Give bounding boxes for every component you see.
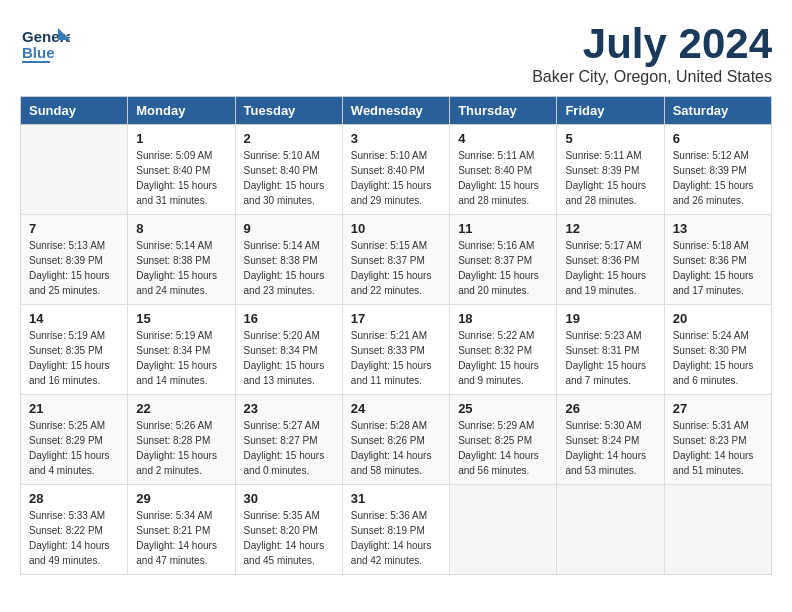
day-number: 28 xyxy=(29,491,119,506)
calendar-week-row: 28Sunrise: 5:33 AM Sunset: 8:22 PM Dayli… xyxy=(21,485,772,575)
day-info: Sunrise: 5:35 AM Sunset: 8:20 PM Dayligh… xyxy=(244,508,334,568)
day-number: 31 xyxy=(351,491,441,506)
header-cell-tuesday: Tuesday xyxy=(235,97,342,125)
logo: General Blue xyxy=(20,20,70,70)
day-info: Sunrise: 5:33 AM Sunset: 8:22 PM Dayligh… xyxy=(29,508,119,568)
day-number: 10 xyxy=(351,221,441,236)
day-info: Sunrise: 5:16 AM Sunset: 8:37 PM Dayligh… xyxy=(458,238,548,298)
calendar-cell: 7Sunrise: 5:13 AM Sunset: 8:39 PM Daylig… xyxy=(21,215,128,305)
day-number: 22 xyxy=(136,401,226,416)
day-info: Sunrise: 5:22 AM Sunset: 8:32 PM Dayligh… xyxy=(458,328,548,388)
day-number: 21 xyxy=(29,401,119,416)
calendar-cell: 21Sunrise: 5:25 AM Sunset: 8:29 PM Dayli… xyxy=(21,395,128,485)
day-number: 19 xyxy=(565,311,655,326)
svg-text:Blue: Blue xyxy=(22,44,55,61)
day-info: Sunrise: 5:15 AM Sunset: 8:37 PM Dayligh… xyxy=(351,238,441,298)
calendar-cell: 5Sunrise: 5:11 AM Sunset: 8:39 PM Daylig… xyxy=(557,125,664,215)
day-info: Sunrise: 5:30 AM Sunset: 8:24 PM Dayligh… xyxy=(565,418,655,478)
calendar-cell: 12Sunrise: 5:17 AM Sunset: 8:36 PM Dayli… xyxy=(557,215,664,305)
day-number: 7 xyxy=(29,221,119,236)
day-info: Sunrise: 5:27 AM Sunset: 8:27 PM Dayligh… xyxy=(244,418,334,478)
day-number: 20 xyxy=(673,311,763,326)
calendar-week-row: 21Sunrise: 5:25 AM Sunset: 8:29 PM Dayli… xyxy=(21,395,772,485)
logo-icon: General Blue xyxy=(20,20,70,70)
header-cell-monday: Monday xyxy=(128,97,235,125)
day-info: Sunrise: 5:10 AM Sunset: 8:40 PM Dayligh… xyxy=(351,148,441,208)
calendar-cell: 19Sunrise: 5:23 AM Sunset: 8:31 PM Dayli… xyxy=(557,305,664,395)
header-cell-wednesday: Wednesday xyxy=(342,97,449,125)
day-info: Sunrise: 5:36 AM Sunset: 8:19 PM Dayligh… xyxy=(351,508,441,568)
day-info: Sunrise: 5:26 AM Sunset: 8:28 PM Dayligh… xyxy=(136,418,226,478)
calendar-cell: 4Sunrise: 5:11 AM Sunset: 8:40 PM Daylig… xyxy=(450,125,557,215)
day-info: Sunrise: 5:34 AM Sunset: 8:21 PM Dayligh… xyxy=(136,508,226,568)
calendar-cell xyxy=(557,485,664,575)
day-info: Sunrise: 5:20 AM Sunset: 8:34 PM Dayligh… xyxy=(244,328,334,388)
calendar-cell xyxy=(664,485,771,575)
calendar-cell: 28Sunrise: 5:33 AM Sunset: 8:22 PM Dayli… xyxy=(21,485,128,575)
day-info: Sunrise: 5:29 AM Sunset: 8:25 PM Dayligh… xyxy=(458,418,548,478)
header-cell-saturday: Saturday xyxy=(664,97,771,125)
calendar-cell xyxy=(450,485,557,575)
title-area: July 2024 Baker City, Oregon, United Sta… xyxy=(532,20,772,86)
calendar-cell: 26Sunrise: 5:30 AM Sunset: 8:24 PM Dayli… xyxy=(557,395,664,485)
day-info: Sunrise: 5:28 AM Sunset: 8:26 PM Dayligh… xyxy=(351,418,441,478)
day-number: 27 xyxy=(673,401,763,416)
day-number: 17 xyxy=(351,311,441,326)
page-subtitle: Baker City, Oregon, United States xyxy=(532,68,772,86)
calendar-cell: 27Sunrise: 5:31 AM Sunset: 8:23 PM Dayli… xyxy=(664,395,771,485)
calendar-body: 1Sunrise: 5:09 AM Sunset: 8:40 PM Daylig… xyxy=(21,125,772,575)
calendar-cell: 8Sunrise: 5:14 AM Sunset: 8:38 PM Daylig… xyxy=(128,215,235,305)
day-number: 30 xyxy=(244,491,334,506)
day-number: 29 xyxy=(136,491,226,506)
calendar-cell: 14Sunrise: 5:19 AM Sunset: 8:35 PM Dayli… xyxy=(21,305,128,395)
calendar-cell: 30Sunrise: 5:35 AM Sunset: 8:20 PM Dayli… xyxy=(235,485,342,575)
day-info: Sunrise: 5:12 AM Sunset: 8:39 PM Dayligh… xyxy=(673,148,763,208)
day-number: 18 xyxy=(458,311,548,326)
calendar-cell: 6Sunrise: 5:12 AM Sunset: 8:39 PM Daylig… xyxy=(664,125,771,215)
day-number: 15 xyxy=(136,311,226,326)
calendar-table: SundayMondayTuesdayWednesdayThursdayFrid… xyxy=(20,96,772,575)
calendar-cell: 20Sunrise: 5:24 AM Sunset: 8:30 PM Dayli… xyxy=(664,305,771,395)
calendar-cell xyxy=(21,125,128,215)
page-title: July 2024 xyxy=(532,20,772,68)
day-info: Sunrise: 5:09 AM Sunset: 8:40 PM Dayligh… xyxy=(136,148,226,208)
day-number: 8 xyxy=(136,221,226,236)
day-number: 1 xyxy=(136,131,226,146)
calendar-cell: 18Sunrise: 5:22 AM Sunset: 8:32 PM Dayli… xyxy=(450,305,557,395)
day-number: 11 xyxy=(458,221,548,236)
calendar-cell: 10Sunrise: 5:15 AM Sunset: 8:37 PM Dayli… xyxy=(342,215,449,305)
day-number: 3 xyxy=(351,131,441,146)
day-number: 9 xyxy=(244,221,334,236)
calendar-cell: 13Sunrise: 5:18 AM Sunset: 8:36 PM Dayli… xyxy=(664,215,771,305)
day-info: Sunrise: 5:14 AM Sunset: 8:38 PM Dayligh… xyxy=(136,238,226,298)
calendar-cell: 31Sunrise: 5:36 AM Sunset: 8:19 PM Dayli… xyxy=(342,485,449,575)
calendar-cell: 15Sunrise: 5:19 AM Sunset: 8:34 PM Dayli… xyxy=(128,305,235,395)
day-number: 23 xyxy=(244,401,334,416)
header-cell-sunday: Sunday xyxy=(21,97,128,125)
calendar-cell: 17Sunrise: 5:21 AM Sunset: 8:33 PM Dayli… xyxy=(342,305,449,395)
calendar-cell: 22Sunrise: 5:26 AM Sunset: 8:28 PM Dayli… xyxy=(128,395,235,485)
day-number: 13 xyxy=(673,221,763,236)
day-info: Sunrise: 5:10 AM Sunset: 8:40 PM Dayligh… xyxy=(244,148,334,208)
day-info: Sunrise: 5:13 AM Sunset: 8:39 PM Dayligh… xyxy=(29,238,119,298)
day-info: Sunrise: 5:25 AM Sunset: 8:29 PM Dayligh… xyxy=(29,418,119,478)
calendar-cell: 11Sunrise: 5:16 AM Sunset: 8:37 PM Dayli… xyxy=(450,215,557,305)
day-number: 12 xyxy=(565,221,655,236)
day-info: Sunrise: 5:19 AM Sunset: 8:34 PM Dayligh… xyxy=(136,328,226,388)
calendar-cell: 29Sunrise: 5:34 AM Sunset: 8:21 PM Dayli… xyxy=(128,485,235,575)
day-info: Sunrise: 5:31 AM Sunset: 8:23 PM Dayligh… xyxy=(673,418,763,478)
day-number: 26 xyxy=(565,401,655,416)
calendar-cell: 2Sunrise: 5:10 AM Sunset: 8:40 PM Daylig… xyxy=(235,125,342,215)
calendar-cell: 9Sunrise: 5:14 AM Sunset: 8:38 PM Daylig… xyxy=(235,215,342,305)
day-info: Sunrise: 5:24 AM Sunset: 8:30 PM Dayligh… xyxy=(673,328,763,388)
day-number: 6 xyxy=(673,131,763,146)
calendar-cell: 3Sunrise: 5:10 AM Sunset: 8:40 PM Daylig… xyxy=(342,125,449,215)
day-number: 4 xyxy=(458,131,548,146)
day-info: Sunrise: 5:11 AM Sunset: 8:39 PM Dayligh… xyxy=(565,148,655,208)
calendar-week-row: 1Sunrise: 5:09 AM Sunset: 8:40 PM Daylig… xyxy=(21,125,772,215)
day-number: 14 xyxy=(29,311,119,326)
day-number: 2 xyxy=(244,131,334,146)
header-cell-friday: Friday xyxy=(557,97,664,125)
day-info: Sunrise: 5:11 AM Sunset: 8:40 PM Dayligh… xyxy=(458,148,548,208)
day-info: Sunrise: 5:17 AM Sunset: 8:36 PM Dayligh… xyxy=(565,238,655,298)
